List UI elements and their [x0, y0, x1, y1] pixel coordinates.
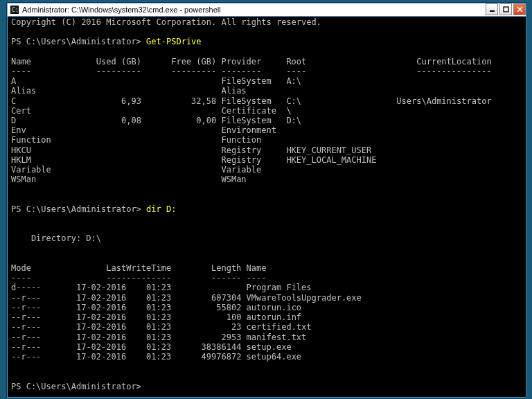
- drive-free: [141, 165, 216, 175]
- drive-provider: FileSystem: [221, 76, 286, 86]
- col-used: Used (GB): [66, 57, 141, 66]
- drive-root: D:\: [286, 116, 396, 125]
- file-time: 01:23: [126, 332, 171, 342]
- col-mode: Mode: [11, 263, 41, 273]
- drive-used: [66, 86, 141, 96]
- drive-provider: Registry: [221, 145, 286, 155]
- file-date: 17-02-2016: [41, 322, 126, 332]
- file-time: 01:23: [126, 303, 171, 312]
- file-mode: --r---: [11, 322, 41, 332]
- drive-used: [66, 145, 141, 155]
- cmd-icon: C:: [10, 5, 19, 15]
- drive-free: 32,58: [141, 96, 216, 106]
- drive-used: [66, 165, 141, 175]
- file-date: 17-02-2016: [41, 342, 126, 352]
- col-lwt: LastWriteTime: [41, 263, 171, 273]
- command: dir D:: [146, 204, 176, 214]
- drive-free: [141, 135, 216, 145]
- drive-free: [141, 86, 216, 96]
- close-button[interactable]: [513, 3, 526, 15]
- drive-provider: Certificate: [221, 106, 286, 116]
- drive-name: C: [11, 96, 66, 106]
- drive-provider: FileSystem: [221, 96, 286, 106]
- drive-root: [286, 165, 396, 175]
- drive-provider: Function: [221, 135, 286, 145]
- file-mode: d-----: [11, 283, 41, 292]
- file-time: 01:23: [126, 342, 171, 352]
- file-time: 01:23: [126, 322, 171, 332]
- svg-rect-3: [490, 10, 495, 12]
- drive-used: [66, 175, 141, 184]
- file-date: 17-02-2016: [41, 293, 126, 303]
- drive-used: [66, 106, 141, 116]
- drive-free: [141, 106, 216, 116]
- file-length: 38386144: [171, 342, 241, 352]
- minimize-button[interactable]: [486, 3, 498, 15]
- file-length: 23: [171, 322, 241, 332]
- svg-rect-4: [504, 7, 508, 12]
- drive-provider: WSMan: [221, 175, 286, 184]
- drive-free: 0,00: [141, 116, 216, 125]
- drive-free: [141, 76, 216, 86]
- drive-location: [396, 135, 491, 145]
- drive-provider: Environment: [221, 125, 286, 135]
- drive-provider: Alias: [221, 86, 286, 96]
- svg-text:C:: C:: [12, 7, 19, 13]
- drive-used: [66, 135, 141, 145]
- copyright-line: Copyright (C) 2016 Microsoft Corporation…: [11, 17, 321, 27]
- col-loc: CurrentLocation: [396, 57, 491, 66]
- drive-name: Env: [11, 125, 66, 135]
- file-mode: --r---: [11, 352, 41, 362]
- col-prov: Provider: [221, 57, 286, 66]
- file-time: 01:23: [126, 312, 171, 322]
- file-length: 100: [171, 312, 241, 322]
- file-mode: --r---: [11, 303, 41, 312]
- drive-location: [396, 125, 491, 135]
- file-date: 17-02-2016: [41, 303, 126, 312]
- drive-provider: Registry: [221, 155, 286, 165]
- prompt: PS C:\Users\Administrator>: [11, 382, 141, 391]
- file-name: setup.exe: [247, 342, 292, 352]
- drive-free: [141, 155, 216, 165]
- drive-used: [66, 125, 141, 135]
- drive-root: [286, 135, 396, 145]
- drive-root: HKEY_LOCAL_MACHINE: [286, 155, 396, 165]
- drive-used: [66, 76, 141, 86]
- drive-name: Function: [11, 135, 66, 145]
- drive-location: [396, 116, 491, 125]
- terminal-body[interactable]: Copyright (C) 2016 Microsoft Corporation…: [8, 17, 526, 397]
- drive-location: [396, 175, 491, 184]
- file-length: 55802: [171, 303, 241, 312]
- drive-root: [286, 125, 396, 135]
- file-mode: --r---: [11, 312, 41, 322]
- file-length: [171, 283, 241, 292]
- file-name: setup64.exe: [247, 352, 301, 362]
- drive-location: [396, 155, 491, 165]
- drive-name: Cert: [11, 106, 66, 116]
- drive-free: [141, 175, 216, 184]
- drive-free: [141, 145, 216, 155]
- drive-root: HKEY_CURRENT_USER: [286, 145, 396, 155]
- drive-used: 0,08: [66, 116, 141, 125]
- drive-name: WSMan: [11, 175, 66, 184]
- drive-name: D: [11, 116, 66, 125]
- file-date: 17-02-2016: [41, 332, 126, 342]
- drive-location: [396, 86, 491, 96]
- maximize-button[interactable]: [499, 3, 512, 15]
- file-date: 17-02-2016: [41, 283, 126, 292]
- file-length: 607304: [171, 293, 241, 303]
- file-name: Program Files: [247, 283, 312, 292]
- file-time: 01:23: [126, 293, 171, 303]
- drive-name: HKCU: [11, 145, 66, 155]
- drive-name: Alias: [11, 86, 66, 96]
- titlebar[interactable]: C: Administrator: C:\Windows\system32\cm…: [8, 3, 526, 17]
- file-length: 49976872: [171, 352, 241, 362]
- prompt: PS C:\Users\Administrator>: [11, 37, 141, 46]
- console-window: C: Administrator: C:\Windows\system32\cm…: [7, 3, 526, 398]
- file-name: autorun.inf: [247, 312, 301, 322]
- drive-root: [286, 86, 396, 96]
- prompt: PS C:\Users\Administrator>: [11, 204, 141, 214]
- drive-name: Variable: [11, 165, 66, 175]
- dir-heading: Directory: D:\: [11, 233, 101, 243]
- drive-provider: Variable: [221, 165, 286, 175]
